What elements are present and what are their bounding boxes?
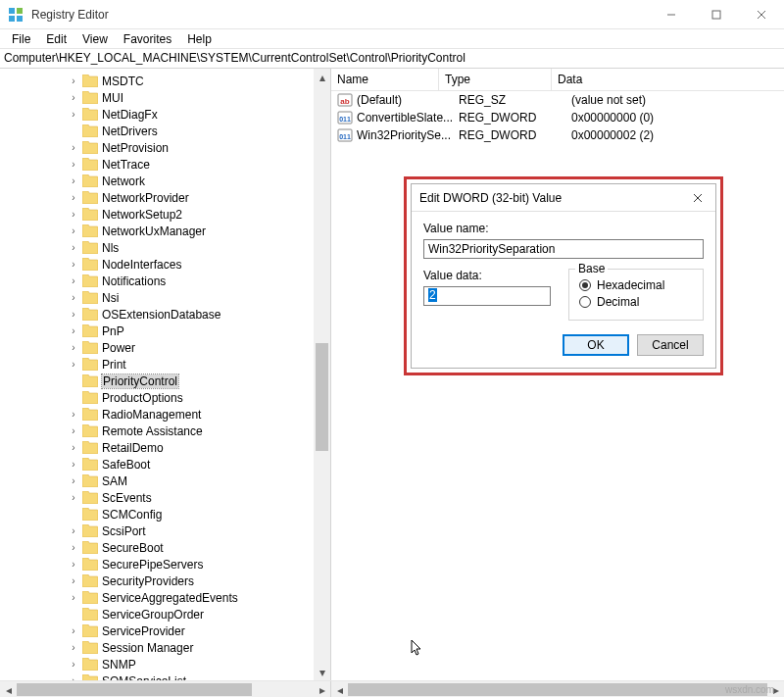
chevron-right-icon[interactable]: › [67, 343, 80, 353]
chevron-right-icon[interactable]: › [67, 276, 80, 286]
col-type[interactable]: Type [439, 69, 552, 90]
tree-item[interactable]: ›Nls [67, 239, 330, 256]
tree-item[interactable]: ›SQMServiceList [67, 672, 330, 680]
tree-item[interactable]: ›ServiceAggregatedEvents [67, 589, 330, 606]
menu-favorites[interactable]: Favorites [116, 30, 179, 48]
radio-decimal[interactable]: Decimal [579, 295, 693, 309]
tree-item[interactable]: ›PriorityControl [67, 373, 330, 389]
chevron-right-icon[interactable]: › [67, 243, 80, 253]
tree-item[interactable]: ›SecureBoot [67, 539, 330, 556]
tree-item[interactable]: ›NetTrace [67, 156, 330, 173]
tree-item[interactable]: ›SecurePipeServers [67, 556, 330, 573]
tree-item[interactable]: ›MUI [67, 89, 330, 106]
menu-edit[interactable]: Edit [38, 30, 74, 48]
tree-item[interactable]: ›ServiceGroupOrder [67, 606, 330, 622]
tree-item[interactable]: ›NetProvision [67, 139, 330, 156]
chevron-right-icon[interactable]: › [67, 676, 80, 681]
value-name-input[interactable] [423, 239, 704, 259]
scroll-down-icon[interactable]: ▾ [314, 664, 330, 680]
tree-item[interactable]: ›Power [67, 339, 330, 356]
tree-item[interactable]: ›NetDrivers [67, 123, 330, 139]
tree-item[interactable]: ›PnP [67, 323, 330, 339]
tree-item[interactable]: ›NetDiagFx [67, 106, 330, 123]
chevron-right-icon[interactable]: › [67, 193, 80, 203]
tree-item[interactable]: ›NetworkSetup2 [67, 206, 330, 223]
tree-item[interactable]: ›OSExtensionDatabase [67, 306, 330, 323]
chevron-right-icon[interactable]: › [67, 526, 80, 536]
list-row[interactable]: ab(Default)REG_SZ(value not set) [331, 91, 784, 109]
tree-item[interactable]: ›SecurityProviders [67, 573, 330, 589]
chevron-right-icon[interactable]: › [67, 626, 80, 636]
chevron-right-icon[interactable]: › [67, 110, 80, 120]
col-name[interactable]: Name [331, 69, 439, 90]
chevron-right-icon[interactable]: › [67, 660, 80, 670]
tree-item[interactable]: ›ScsiPort [67, 523, 330, 539]
address-bar[interactable]: Computer\HKEY_LOCAL_MACHINE\SYSTEM\Curre… [0, 49, 784, 69]
chevron-right-icon[interactable]: › [67, 210, 80, 220]
chevron-right-icon[interactable]: › [67, 93, 80, 103]
tree-item[interactable]: ›ScEvents [67, 489, 330, 506]
scroll-thumb[interactable] [316, 343, 328, 451]
chevron-right-icon[interactable]: › [67, 460, 80, 470]
tree-item[interactable]: ›SAM [67, 473, 330, 489]
tree-item[interactable]: ›NetworkProvider [67, 189, 330, 206]
chevron-right-icon[interactable]: › [67, 443, 80, 453]
tree-item[interactable]: ›Session Manager [67, 639, 330, 656]
menu-view[interactable]: View [74, 30, 116, 48]
chevron-right-icon[interactable]: › [67, 360, 80, 370]
tree-item[interactable]: ›Nsi [67, 289, 330, 306]
chevron-right-icon[interactable]: › [67, 593, 80, 603]
value-data-input[interactable]: 2 [423, 286, 551, 306]
chevron-right-icon[interactable]: › [67, 426, 80, 436]
scroll-left-icon[interactable]: ◂ [331, 681, 348, 697]
chevron-right-icon[interactable]: › [67, 643, 80, 653]
dialog-close-button[interactable] [688, 188, 708, 208]
tree-item[interactable]: ›Remote Assistance [67, 423, 330, 439]
chevron-right-icon[interactable]: › [67, 226, 80, 236]
scroll-left-icon[interactable]: ◂ [0, 681, 17, 697]
chevron-right-icon[interactable]: › [67, 543, 80, 553]
hscroll-thumb[interactable] [348, 683, 767, 696]
tree-item[interactable]: ›Notifications [67, 273, 330, 289]
chevron-right-icon[interactable]: › [67, 293, 80, 303]
radio-hex[interactable]: Hexadecimal [579, 278, 693, 292]
chevron-right-icon[interactable]: › [67, 310, 80, 320]
tree-item[interactable]: ›RetailDemo [67, 439, 330, 456]
chevron-right-icon[interactable]: › [67, 160, 80, 170]
tree-item[interactable]: ›ProductOptions [67, 389, 330, 406]
tree-item[interactable]: ›ServiceProvider [67, 622, 330, 639]
menu-file[interactable]: File [4, 30, 38, 48]
chevron-right-icon[interactable]: › [67, 560, 80, 570]
minimize-button[interactable] [649, 0, 694, 29]
tree-scrollbar[interactable]: ▴ ▾ [314, 69, 330, 680]
tree-item[interactable]: ›NodeInterfaces [67, 256, 330, 273]
chevron-right-icon[interactable]: › [67, 410, 80, 420]
tree-item[interactable]: ›Network [67, 173, 330, 189]
chevron-right-icon[interactable]: › [67, 576, 80, 586]
tree-item[interactable]: ›SCMConfig [67, 506, 330, 523]
scroll-right-icon[interactable]: ▸ [314, 681, 330, 697]
tree-item[interactable]: ›NetworkUxManager [67, 223, 330, 239]
col-data[interactable]: Data [552, 69, 784, 90]
scroll-up-icon[interactable]: ▴ [314, 69, 330, 85]
chevron-right-icon[interactable]: › [67, 76, 80, 86]
chevron-right-icon[interactable]: › [67, 260, 80, 270]
close-button[interactable] [739, 0, 784, 29]
chevron-right-icon[interactable]: › [67, 476, 80, 486]
hscroll-thumb[interactable] [17, 683, 252, 696]
chevron-right-icon[interactable]: › [67, 493, 80, 503]
tree-item[interactable]: ›Print [67, 356, 330, 373]
tree-hscroll[interactable]: ◂ ▸ [0, 681, 331, 697]
list-row[interactable]: 011ConvertibleSlate...REG_DWORD0x0000000… [331, 109, 784, 126]
list-row[interactable]: 011Win32PrioritySe...REG_DWORD0x00000002… [331, 126, 784, 144]
chevron-right-icon[interactable]: › [67, 326, 80, 336]
tree-item[interactable]: ›MSDTC [67, 73, 330, 89]
tree-item[interactable]: ›SNMP [67, 656, 330, 672]
chevron-right-icon[interactable]: › [67, 143, 80, 153]
ok-button[interactable]: OK [563, 334, 629, 356]
menu-help[interactable]: Help [179, 30, 220, 48]
list-hscroll[interactable]: ◂ ▸ [331, 681, 784, 697]
tree-item[interactable]: ›SafeBoot [67, 456, 330, 473]
maximize-button[interactable] [694, 0, 739, 29]
cancel-button[interactable]: Cancel [637, 334, 704, 356]
